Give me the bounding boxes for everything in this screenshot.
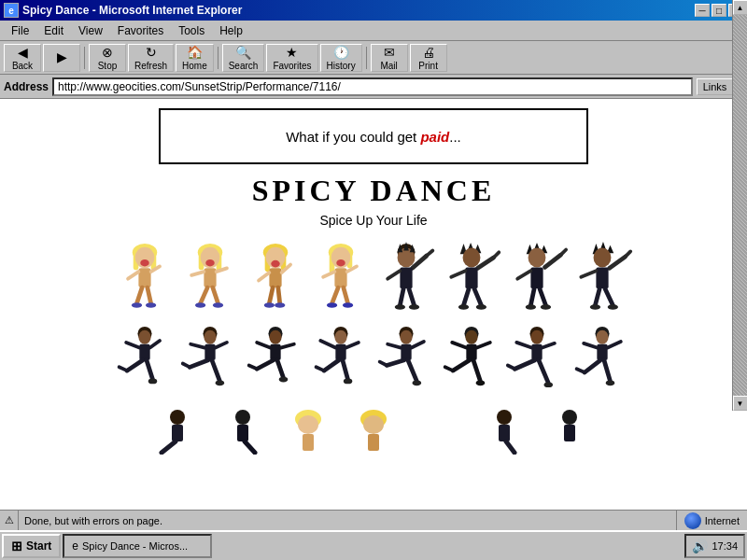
search-button[interactable]: 🔍 Search bbox=[222, 44, 265, 72]
menu-file[interactable]: File bbox=[4, 22, 36, 39]
svg-point-157 bbox=[544, 382, 553, 387]
menu-edit[interactable]: Edit bbox=[36, 22, 71, 39]
favorites-button[interactable]: ★ Favorites bbox=[266, 44, 317, 72]
svg-rect-126 bbox=[335, 344, 345, 360]
svg-rect-173 bbox=[237, 425, 248, 441]
address-input[interactable] bbox=[52, 77, 693, 96]
history-button[interactable]: 🕐 History bbox=[320, 44, 362, 72]
links-button[interactable]: Links bbox=[697, 78, 734, 95]
window-title: Spicy Dance - Microsoft Internet Explore… bbox=[22, 4, 242, 17]
svg-line-102 bbox=[147, 360, 153, 380]
forward-button[interactable]: ▶ bbox=[43, 44, 80, 72]
svg-line-120 bbox=[277, 360, 284, 378]
svg-line-93 bbox=[595, 288, 599, 305]
title-bar: e Spicy Dance - Microsoft Internet Explo… bbox=[0, 0, 747, 21]
dark-dancer-4 bbox=[570, 242, 635, 321]
menu-favorites[interactable]: Favorites bbox=[110, 22, 171, 39]
svg-rect-17 bbox=[204, 268, 216, 287]
svg-point-103 bbox=[148, 379, 157, 385]
svg-line-68 bbox=[451, 271, 465, 277]
mail-button[interactable]: ✉ Mail bbox=[371, 44, 408, 72]
svg-rect-182 bbox=[499, 425, 510, 441]
dark-dancer-3 bbox=[504, 242, 570, 321]
print-icon: 🖨 bbox=[422, 45, 435, 60]
svg-line-94 bbox=[605, 288, 613, 305]
svg-line-122 bbox=[257, 343, 270, 348]
print-label: Print bbox=[418, 61, 438, 71]
svg-point-28 bbox=[271, 260, 279, 268]
taskbar-window-ie[interactable]: e Spicy Dance - Micros... bbox=[63, 534, 212, 558]
taskbar-right-area: 🔊 17:34 bbox=[684, 534, 745, 558]
partial-dancer-4 bbox=[341, 408, 406, 455]
address-bar: Address Links » bbox=[0, 75, 747, 99]
blonde-dancer-4 bbox=[308, 242, 374, 321]
scroll-up-button[interactable]: ▲ bbox=[733, 0, 748, 15]
back-button[interactable]: ◀ Back bbox=[4, 44, 41, 72]
stop-button[interactable]: ⊗ Stop bbox=[89, 44, 126, 72]
page-subtitle: Spice Up Your Life bbox=[9, 213, 738, 228]
svg-line-42 bbox=[323, 272, 334, 277]
menu-tools[interactable]: Tools bbox=[171, 22, 212, 39]
maximize-button[interactable]: □ bbox=[712, 4, 726, 17]
svg-point-71 bbox=[458, 304, 469, 310]
taskbar-window-label: Spicy Dance - Micros... bbox=[82, 540, 188, 552]
svg-point-148 bbox=[476, 381, 485, 386]
home-label: Home bbox=[182, 61, 207, 71]
svg-line-78 bbox=[561, 250, 567, 256]
menu-view[interactable]: View bbox=[71, 22, 110, 39]
start-button[interactable]: ⊞ Start bbox=[2, 534, 61, 558]
svg-line-109 bbox=[190, 360, 208, 368]
svg-rect-5 bbox=[138, 268, 150, 287]
svg-line-171 bbox=[162, 441, 176, 453]
svg-line-158 bbox=[516, 343, 531, 348]
svg-line-132 bbox=[346, 343, 359, 348]
forward-icon: ▶ bbox=[57, 49, 67, 64]
svg-rect-91 bbox=[596, 267, 608, 288]
partial-dancer-3 bbox=[275, 408, 341, 455]
taskbar-time: 17:34 bbox=[712, 540, 738, 552]
svg-point-57 bbox=[409, 304, 419, 310]
svg-line-92 bbox=[581, 271, 596, 277]
refresh-button[interactable]: ↻ Refresh bbox=[128, 44, 174, 72]
home-icon: 🏠 bbox=[187, 45, 203, 60]
history-label: History bbox=[327, 61, 356, 71]
svg-line-127 bbox=[324, 360, 339, 371]
partial-dancer-2 bbox=[210, 408, 275, 455]
jump-dancer-2 bbox=[177, 325, 243, 404]
svg-line-18 bbox=[191, 272, 204, 275]
search-label: Search bbox=[229, 61, 259, 71]
page-content: What if you could get paid... SPICY DANC… bbox=[0, 99, 747, 510]
home-button[interactable]: 🏠 Home bbox=[176, 44, 214, 72]
svg-rect-108 bbox=[204, 344, 215, 360]
svg-line-8 bbox=[137, 287, 143, 303]
svg-point-10 bbox=[132, 302, 142, 308]
speaker-icon: 🔊 bbox=[692, 539, 708, 553]
dancer-row-3 bbox=[9, 408, 738, 455]
ad-text-before: What if you could get bbox=[286, 129, 416, 145]
svg-point-47 bbox=[343, 302, 353, 308]
svg-line-6 bbox=[128, 272, 138, 279]
status-internet-zone: Internet bbox=[677, 511, 747, 530]
internet-zone-label: Internet bbox=[705, 515, 740, 526]
status-warning-icon: ⚠ bbox=[0, 511, 19, 530]
menu-help[interactable]: Help bbox=[212, 22, 250, 39]
svg-line-183 bbox=[506, 441, 514, 453]
print-button[interactable]: 🖨 Print bbox=[410, 44, 447, 72]
scroll-track[interactable] bbox=[733, 15, 748, 396]
minimize-button[interactable]: ─ bbox=[695, 4, 710, 17]
scroll-down-button[interactable]: ▼ bbox=[733, 396, 748, 411]
start-label: Start bbox=[26, 539, 51, 553]
svg-line-164 bbox=[577, 369, 585, 372]
svg-rect-162 bbox=[597, 344, 607, 360]
ad-banner: What if you could get paid... bbox=[159, 108, 588, 164]
svg-point-139 bbox=[413, 381, 421, 386]
toolbar-separator-2 bbox=[218, 47, 218, 69]
svg-line-101 bbox=[120, 367, 128, 371]
svg-line-156 bbox=[539, 360, 548, 384]
svg-line-104 bbox=[126, 343, 139, 348]
toolbar: ◀ Back ▶ ⊗ Stop ↻ Refresh 🏠 Home 🔍 Searc… bbox=[0, 41, 747, 75]
menu-bar: File Edit View Favorites Tools Help bbox=[0, 21, 747, 41]
scrollbar[interactable]: ▲ ▼ bbox=[732, 0, 747, 411]
svg-line-51 bbox=[427, 250, 433, 256]
svg-rect-153 bbox=[531, 344, 542, 360]
